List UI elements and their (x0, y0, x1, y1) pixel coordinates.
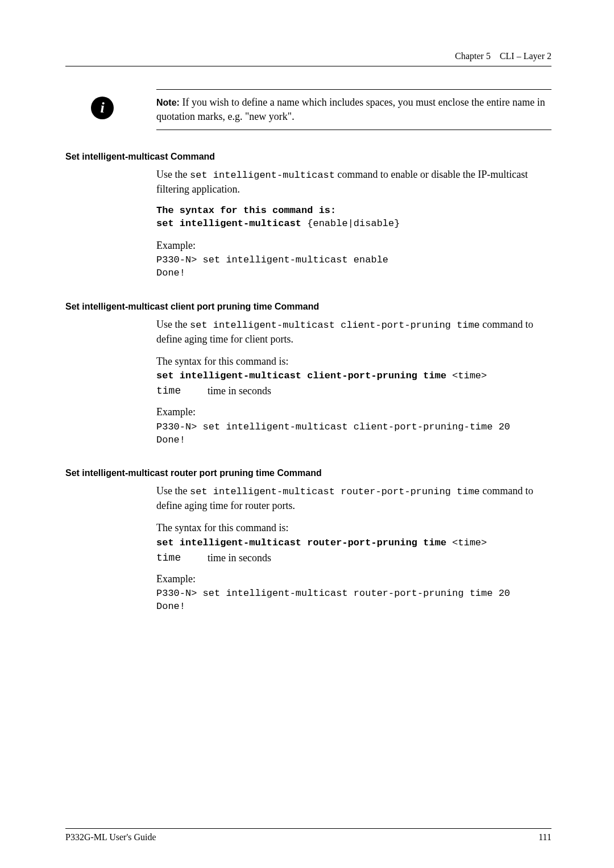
example-label: Example: (156, 572, 551, 586)
footer: P332G-ML User's Guide 111 (65, 824, 551, 842)
param-name: time (156, 552, 208, 564)
example-label: Example: (156, 405, 551, 419)
chapter-title: CLI – Layer 2 (500, 51, 551, 61)
param-desc: time in seconds (208, 385, 271, 397)
page-number: 111 (538, 832, 551, 842)
syntax-lead: The syntax for this command is: (156, 354, 551, 369)
example-code: P330-N> set intelligent-multicast client… (156, 421, 551, 447)
chapter-number: Chapter 5 (455, 51, 491, 61)
syntax-line: set intelligent-multicast client-port-pr… (156, 370, 551, 383)
example-code: P330-N> set intelligent-multicast enable… (156, 254, 551, 280)
info-icon: i (91, 97, 114, 119)
note-text: Note: If you wish to define a name which… (156, 95, 551, 124)
section-heading: Set intelligent-multicast client port pr… (65, 302, 551, 312)
param-desc: time in seconds (208, 552, 271, 564)
running-header: Chapter 5 CLI – Layer 2 (65, 51, 551, 61)
section-heading: Set intelligent-multicast Command (65, 152, 551, 162)
footer-rule (65, 828, 551, 829)
section-intro: Use the set intelligent-multicast client… (156, 318, 551, 347)
example-label: Example: (156, 239, 551, 253)
note-block: i Note: If you wish to define a name whi… (156, 89, 551, 130)
header-rule (65, 66, 551, 66)
section-heading: Set intelligent-multicast router port pr… (65, 468, 551, 478)
note-body: If you wish to define a name which inclu… (156, 97, 545, 122)
syntax-block: The syntax for this command is: set inte… (156, 205, 551, 231)
section-intro: Use the set intelligent-multicast router… (156, 484, 551, 513)
param-row: time time in seconds (156, 552, 551, 564)
footer-left: P332G-ML User's Guide (65, 832, 156, 842)
syntax-line: set intelligent-multicast router-port-pr… (156, 537, 551, 550)
syntax-lead: The syntax for this command is: (156, 521, 551, 535)
note-bottom-rule (156, 130, 551, 130)
example-code: P330-N> set intelligent-multicast router… (156, 587, 551, 614)
param-name: time (156, 385, 208, 397)
param-row: time time in seconds (156, 385, 551, 397)
section-intro: Use the set intelligent-multicast comman… (156, 168, 551, 197)
note-label: Note: (156, 98, 180, 107)
